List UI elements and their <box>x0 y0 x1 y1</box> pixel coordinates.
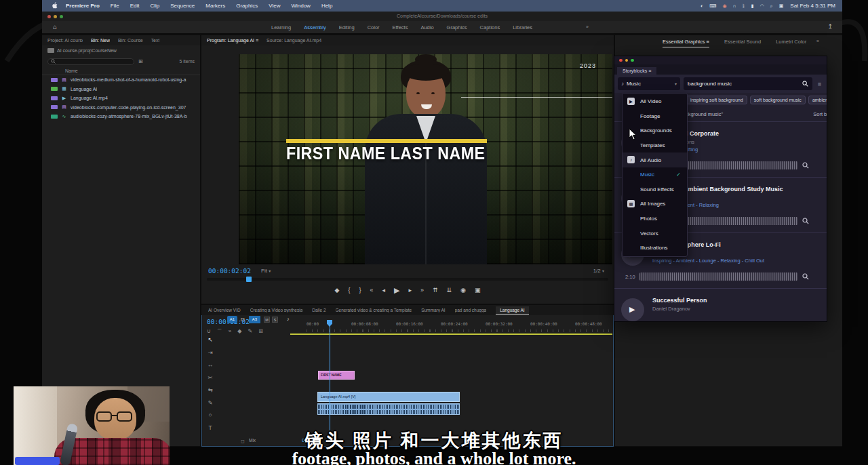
sequence-tab[interactable]: Summary AI <box>421 308 445 312</box>
transport-icon[interactable] <box>370 286 373 295</box>
menu-item[interactable]: Graphics <box>236 3 258 9</box>
sequence-tab[interactable]: Generated video & creating a Template <box>336 308 412 312</box>
menu-item[interactable]: Sequence <box>170 3 195 9</box>
category-menu-item[interactable]: Vectors <box>623 226 687 241</box>
sequence-tab[interactable]: AI Overview VID <box>208 308 241 312</box>
category-menu-item[interactable]: All Audio <box>623 153 687 167</box>
menu-item[interactable]: Edit <box>130 3 140 9</box>
category-menu-item[interactable]: All Video <box>623 94 687 109</box>
transport-icon[interactable] <box>408 286 412 295</box>
program-video-preview[interactable]: 2023 FIRST NAME LAST NAME <box>239 54 612 264</box>
label-color-chip[interactable] <box>51 87 58 91</box>
track-tags[interactable]: Inspiring - Ambient - Lounge - Relaxing … <box>652 258 764 264</box>
storyblocks-search-input[interactable]: background music <box>684 77 812 90</box>
voiceover-mic-icon[interactable]: ♪ <box>287 317 290 321</box>
label-color-chip[interactable] <box>51 78 58 82</box>
project-panel-tab[interactable]: Project: AI course <box>47 38 83 43</box>
program-scrubber[interactable] <box>207 278 608 281</box>
project-panel-tab[interactable]: Text <box>151 38 160 43</box>
file-row[interactable]: Language AI <box>42 85 200 94</box>
transport-icon[interactable] <box>460 286 466 295</box>
workspace-tab[interactable]: Graphics <box>447 24 467 31</box>
transport-icon[interactable] <box>348 286 350 295</box>
playback-resolution-dropdown[interactable]: 1/2 ▾ <box>593 268 604 274</box>
lock-icon[interactable]: ◻ <box>241 317 245 322</box>
track-name[interactable]: A3 <box>249 316 260 323</box>
status-icon[interactable]: ▮ <box>751 3 754 9</box>
category-menu-item[interactable]: Photos <box>623 211 687 226</box>
marker-icon[interactable]: ◆ <box>237 328 241 336</box>
zoom-level-dropdown[interactable]: Fit ▾ <box>261 268 271 274</box>
waveform[interactable] <box>639 272 798 281</box>
transport-icon[interactable] <box>447 286 452 295</box>
transport-icon[interactable] <box>359 286 361 295</box>
status-icon[interactable]: ⌨ <box>709 3 716 9</box>
media-category-dropdown[interactable]: ♪ Music ▾ <box>618 77 680 90</box>
sequence-tab[interactable]: Language AI <box>496 306 529 315</box>
workspace-tab[interactable]: Captions <box>480 24 500 31</box>
workspace-overflow-icon[interactable]: » <box>586 24 589 29</box>
tool-icon[interactable]: ✂ <box>208 374 212 381</box>
sequence-tab[interactable]: pad and chugga <box>455 308 487 312</box>
project-panel-tab[interactable]: Bin: Course <box>118 38 143 43</box>
transport-icon[interactable] <box>394 286 399 295</box>
menu-item[interactable]: File <box>111 3 119 9</box>
sort-dropdown[interactable]: Sort by <box>813 111 827 117</box>
transport-icon[interactable] <box>335 286 340 295</box>
mute-button[interactable]: M <box>264 317 270 323</box>
file-row[interactable]: Language AI.mp4 <box>42 94 200 103</box>
menu-item[interactable]: Premiere Pro <box>66 3 100 9</box>
storyblocks-title-bar[interactable] <box>614 56 827 64</box>
play-button-icon[interactable] <box>621 298 644 321</box>
category-menu-item[interactable]: Footage <box>623 109 687 124</box>
column-header-name[interactable]: Name <box>42 67 200 75</box>
suggestion-chip[interactable]: ambient <box>808 96 827 104</box>
audio-track[interactable]: ◻ A3 M S ♪ <box>222 315 612 325</box>
menu-item[interactable]: Help <box>321 3 332 9</box>
monitor-tab[interactable]: Source: Language AI.mp4 <box>267 38 321 43</box>
workspace-tab[interactable]: Color <box>368 24 380 31</box>
tool-icon[interactable]: ⇥ <box>208 349 212 356</box>
menu-item[interactable]: Markers <box>205 3 225 9</box>
nest-icon[interactable]: » <box>229 328 231 336</box>
status-icon[interactable]: ⌕ <box>770 3 773 9</box>
tool-icon[interactable]: ↔ <box>208 361 214 368</box>
sequence-tab[interactable]: Creating a Video synthesia <box>250 308 303 312</box>
work-area-bar[interactable] <box>290 333 612 335</box>
new-bin-icon[interactable]: ⊞ <box>138 58 143 64</box>
right-panel-overflow-icon[interactable]: » <box>816 39 819 43</box>
workspace-tab[interactable]: Effects <box>393 24 408 31</box>
category-menu-item[interactable]: Music <box>623 167 687 182</box>
graphic-clip[interactable]: FIRST NAME <box>318 371 355 380</box>
status-icon[interactable]: ∩ <box>733 3 736 9</box>
apple-menu-icon[interactable] <box>52 2 58 9</box>
scrubber-playhead[interactable] <box>246 277 252 282</box>
status-icon[interactable]: ▣ <box>779 3 784 9</box>
transport-icon[interactable] <box>475 286 481 295</box>
export-share-icon[interactable]: ↥ <box>827 23 833 30</box>
status-icon[interactable]: ◠ <box>760 3 764 9</box>
suggestion-chip[interactable]: inspiring soft background <box>686 96 747 104</box>
preview-zoom-icon[interactable] <box>802 162 809 169</box>
right-panel-tab[interactable]: Essential Sound <box>724 39 761 47</box>
audio-clip[interactable] <box>317 403 460 415</box>
status-icon[interactable]: ◉ <box>722 3 726 9</box>
pen-icon[interactable]: ✎ <box>248 328 252 336</box>
label-color-chip[interactable] <box>51 115 58 119</box>
file-row[interactable]: videoblocks-computer-code-playing-on-lcd… <box>42 103 200 113</box>
project-panel-tab[interactable]: Bin: New <box>91 38 110 43</box>
workspace-tab[interactable]: Audio <box>420 24 433 31</box>
project-search-input[interactable] <box>47 58 134 65</box>
preview-zoom-icon[interactable] <box>802 273 809 280</box>
category-menu-item[interactable]: Templates <box>623 138 687 153</box>
transport-icon[interactable] <box>433 286 438 295</box>
menu-item[interactable]: Window <box>291 3 310 9</box>
tool-icon[interactable]: ✎ <box>208 399 212 406</box>
right-panel-tab[interactable]: Essential Graphics ≡ <box>663 39 709 47</box>
program-timecode[interactable]: 00:00:02:02 <box>208 267 251 275</box>
label-color-chip[interactable] <box>51 105 58 109</box>
label-color-chip[interactable] <box>51 96 58 100</box>
monitor-tab[interactable]: Program: Language AI ≡ <box>207 38 258 43</box>
storyblocks-tab[interactable]: Storyblocks ≡ <box>617 67 656 75</box>
workspace-tab[interactable]: Libraries <box>513 24 532 31</box>
